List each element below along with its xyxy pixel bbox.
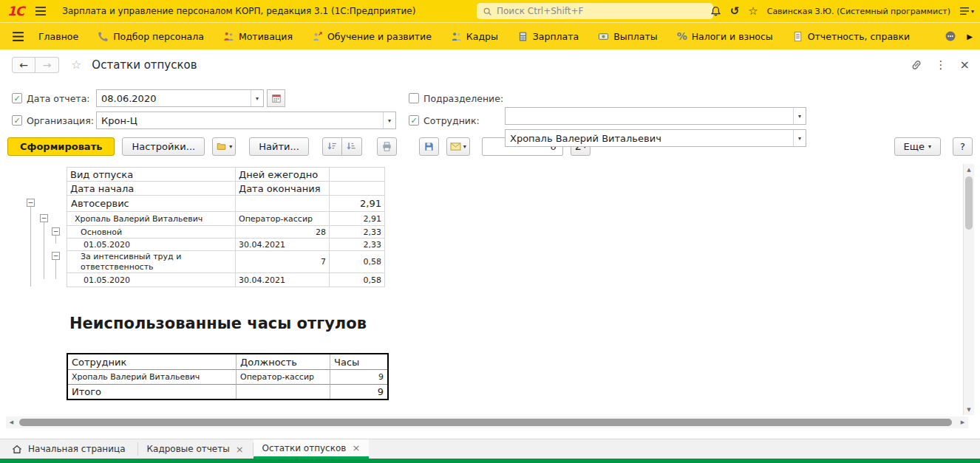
unused-hours-table: Сотрудник Должность Часы Хропаль Валерий… xyxy=(67,353,389,400)
search-placeholder: Поиск Ctrl+Shift+F xyxy=(497,6,583,16)
print-button[interactable] xyxy=(377,137,397,156)
organization-input[interactable]: Крон-Ц ▾ xyxy=(96,112,396,129)
variants-button[interactable]: ▾ xyxy=(212,137,236,156)
titlebar: 1С Зарплата и управление персоналом КОРП… xyxy=(0,0,980,22)
get-link-icon[interactable] xyxy=(911,59,922,71)
menu-item-taxes[interactable]: % Налоги и взносы xyxy=(677,30,773,42)
organization-dropdown-icon[interactable]: ▾ xyxy=(383,112,395,128)
tab-close-icon[interactable]: × xyxy=(236,444,244,455)
report-toolbar: Сформировать Настройки... ▾ Найти... xyxy=(0,131,980,161)
calendar-button[interactable] xyxy=(267,89,285,107)
menu-item-training[interactable]: Обучение и развитие xyxy=(312,31,432,42)
scroll-up-icon[interactable]: ▲ xyxy=(964,164,974,175)
home-icon xyxy=(12,445,22,454)
folder-icon xyxy=(216,141,227,151)
menu-item-label: Подбор персонала xyxy=(113,31,204,42)
table-cell: 2,33 xyxy=(330,239,385,251)
horizontal-scrollbar[interactable]: ◀ ▶ xyxy=(6,416,968,428)
dropdown-icon: ▾ xyxy=(463,143,466,150)
window-actions: ⋮ × xyxy=(911,58,970,72)
collapse-group-icon[interactable]: − xyxy=(40,214,48,222)
favorites-star-icon[interactable]: ☆ xyxy=(748,4,758,18)
menu-item-hr[interactable]: Кадры xyxy=(451,31,498,42)
menu-item-payments[interactable]: Выплаты xyxy=(598,31,657,42)
scroll-down-icon[interactable]: ▼ xyxy=(964,404,974,415)
app-title: Зарплата и управление персоналом КОРП, р… xyxy=(62,6,415,16)
generate-button[interactable]: Сформировать xyxy=(7,137,115,156)
menu-item-salary[interactable]: Зарплата xyxy=(517,31,579,42)
envelope-icon xyxy=(450,142,461,151)
tree-guide-line xyxy=(55,236,56,244)
nav-history-buttons: ← → xyxy=(12,57,59,73)
tab-ostatki-otpuskov[interactable]: Остатки отпусков × xyxy=(253,439,370,459)
more-actions-icon[interactable]: ⋮ xyxy=(936,58,947,72)
help-button[interactable]: ? xyxy=(953,137,973,156)
close-window-icon[interactable]: × xyxy=(960,58,970,72)
find-button[interactable]: Найти... xyxy=(249,137,309,156)
vacation-balances-table: Вид отпуска Дней ежегодно Дата начала Да… xyxy=(67,167,385,287)
report-filters: ✓ Дата отчета: 08.06.2020 ▾ Подразделени… xyxy=(0,80,980,131)
column-header xyxy=(330,168,385,182)
table-cell: Хропаль Валерий Витальевич xyxy=(68,370,237,384)
employee-filter-checkbox[interactable]: ✓ xyxy=(409,115,419,126)
back-button[interactable]: ← xyxy=(12,57,35,73)
scroll-right-icon[interactable]: ▶ xyxy=(957,416,968,428)
home-tab-label: Начальная страница xyxy=(28,444,126,454)
sections-menubar: Главное Подбор персонала Мотивация Обуче… xyxy=(0,22,980,49)
hamburger-menu-icon[interactable] xyxy=(33,4,49,18)
current-user[interactable]: Савинская З.Ю. (Системный программист) xyxy=(767,7,950,16)
organization-filter-checkbox[interactable]: ✓ xyxy=(12,115,22,126)
date-filter-checkbox[interactable]: ✓ xyxy=(12,93,22,103)
sections-menu-icon[interactable] xyxy=(7,27,28,45)
expand-groups-button[interactable] xyxy=(342,137,362,156)
column-header: Дней ежегодно xyxy=(236,168,330,182)
vertical-scrollbar[interactable]: ▲ ▼ xyxy=(963,164,974,415)
menu-item-label: Мотивация xyxy=(239,31,293,42)
menu-item-motivation[interactable]: Мотивация xyxy=(223,31,293,42)
menu-item-reporting[interactable]: Отчетность, справки xyxy=(792,31,910,42)
scroll-left-icon[interactable]: ◀ xyxy=(6,416,17,428)
more-button[interactable]: Еще ▾ xyxy=(894,137,941,156)
vertical-scroll-thumb[interactable] xyxy=(965,176,973,230)
1c-logo: 1С xyxy=(7,4,24,18)
collapse-groups-button[interactable] xyxy=(322,137,342,156)
collapse-group-icon[interactable]: − xyxy=(52,227,60,236)
search-icon xyxy=(483,7,492,16)
forward-button[interactable]: → xyxy=(35,57,59,73)
caret-down-icon: ▾ xyxy=(971,8,974,15)
report-date-input[interactable]: 08.06.2020 ▾ xyxy=(96,89,264,107)
global-search-input[interactable]: Поиск Ctrl+Shift+F xyxy=(477,3,713,19)
tab-label: Кадровые отчеты xyxy=(147,444,230,454)
employee-input[interactable]: Хропаль Валерий Витальевич ▾ xyxy=(505,129,806,147)
panel-overflow-icon[interactable]: ▶ xyxy=(967,32,973,41)
date-dropdown-icon[interactable]: ▾ xyxy=(251,90,263,106)
employee-dropdown-icon[interactable]: ▾ xyxy=(793,130,806,146)
menu-item-recruiting[interactable]: Подбор персонала xyxy=(98,31,204,42)
tab-close-icon[interactable]: × xyxy=(352,442,360,453)
discussions-icon[interactable] xyxy=(945,30,956,42)
table-cell: Хропаль Валерий Витальевич xyxy=(67,212,236,226)
table-cell: 0,58 xyxy=(330,273,385,287)
table-cell: 2,91 xyxy=(330,196,385,212)
favorite-star-icon[interactable]: ☆ xyxy=(71,58,81,72)
column-header xyxy=(330,182,385,196)
table-cell: Оператор-кассир xyxy=(237,370,330,384)
home-tab[interactable]: Начальная страница xyxy=(0,439,137,459)
notifications-bell-icon[interactable] xyxy=(710,6,721,17)
tab-kadrovye-otchety[interactable]: Кадровые отчеты × xyxy=(138,439,253,459)
service-menu-icon[interactable]: ▾ xyxy=(959,7,974,16)
save-button[interactable] xyxy=(419,137,439,156)
report-date-label: Дата отчета: xyxy=(27,93,90,104)
page-title: Остатки отпусков xyxy=(92,58,197,72)
settings-button[interactable]: Настройки... xyxy=(122,137,205,156)
send-email-button[interactable]: ▾ xyxy=(446,137,470,156)
collapse-group-icon[interactable]: − xyxy=(52,252,60,260)
menu-item-label: Налоги и взносы xyxy=(692,31,773,42)
history-icon[interactable]: ↺ xyxy=(730,4,740,18)
department-filter-checkbox[interactable] xyxy=(409,93,419,103)
filter-row-2: ✓ Организация: Крон-Ц ▾ ✓ Сотрудник: Хро… xyxy=(0,109,980,131)
collapse-group-icon[interactable]: − xyxy=(27,199,35,207)
menu-item-main[interactable]: Главное xyxy=(38,31,78,42)
horizontal-scroll-thumb[interactable] xyxy=(19,419,952,426)
report-canvas: − − − − Вид отпуска Дней ежегодно Дата н… xyxy=(6,164,963,415)
